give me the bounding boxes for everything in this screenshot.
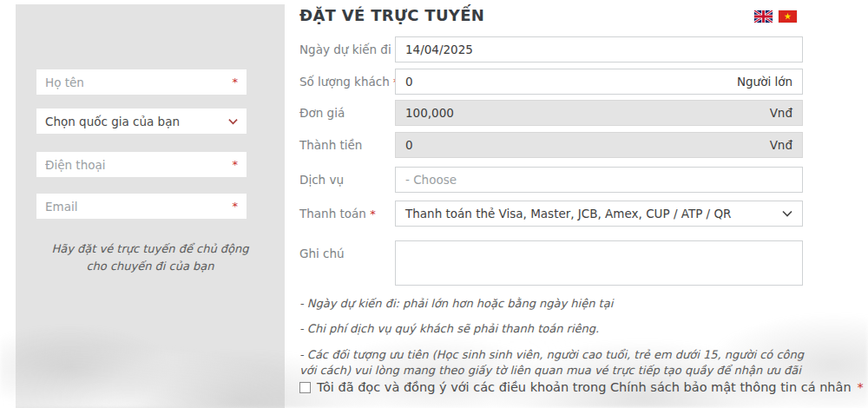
note-textarea[interactable] <box>395 240 803 286</box>
required-mark: * <box>233 76 239 89</box>
service-label: Dịch vụ <box>299 173 344 187</box>
phone-input[interactable] <box>45 158 233 172</box>
row-unit-price: Đơn giá Vnđ <box>299 100 803 126</box>
booking-notes: - Ngày dự kiến đi: phải lớn hơn hoặc bằn… <box>299 296 810 389</box>
sidebar-caption: Hãy đặt vé trực tuyến để chủ động cho ch… <box>24 240 276 274</box>
chevron-down-icon <box>228 118 238 125</box>
row-date: Ngày dự kiến đi * <box>299 36 803 63</box>
note-item: - Chi phí dịch vụ quý khách sẽ phải than… <box>299 321 810 337</box>
guests-unit-label: Người lớn <box>737 75 792 89</box>
guests-label: Số lượng khách * <box>299 75 399 89</box>
note-label: Ghi chú <box>299 247 345 260</box>
service-input[interactable] <box>405 173 792 187</box>
total-currency-label: Vnđ <box>770 138 792 152</box>
contact-panel: * Chọn quốc gia của bạn * * Hãy đặt vé t… <box>16 4 285 408</box>
required-mark: * <box>233 158 239 171</box>
booking-page: * Chọn quốc gia của bạn * * Hãy đặt vé t… <box>0 0 868 408</box>
row-guests: Số lượng khách * Người lớn <box>299 69 803 95</box>
date-label: Ngày dự kiến đi * <box>299 43 400 56</box>
required-mark: * <box>233 200 239 213</box>
total-label: Thành tiền <box>299 138 362 152</box>
privacy-agreement-label[interactable]: Tôi đã đọc và đồng ý với các điều khoản … <box>317 380 852 394</box>
row-payment: Thanh toán * Thanh toán thẻ Visa, Master… <box>299 201 803 227</box>
email-input[interactable] <box>45 200 233 214</box>
country-select[interactable]: Chọn quốc gia của bạn <box>36 109 247 134</box>
email-field[interactable]: * <box>36 194 247 219</box>
unit-price-field: Vnđ <box>395 100 803 126</box>
privacy-agreement[interactable]: Tôi đã đọc và đồng ý với các điều khoản … <box>299 380 864 394</box>
flag-uk-icon[interactable] <box>754 10 773 23</box>
sidebar-caption-line1: Hãy đặt vé trực tuyến để chủ động <box>24 240 276 258</box>
full-name-field[interactable]: * <box>36 69 247 95</box>
language-switcher <box>754 10 797 23</box>
note-item: - Ngày dự kiến đi: phải lớn hơn hoặc bằn… <box>299 296 810 312</box>
total-field: Vnđ <box>395 132 803 158</box>
country-select-value: Chọn quốc gia của bạn <box>45 115 228 128</box>
date-input[interactable] <box>405 43 792 56</box>
total-value <box>405 138 770 152</box>
sidebar-caption-line2: cho chuyến đi của bạn <box>24 258 276 275</box>
full-name-input[interactable] <box>45 76 233 89</box>
guests-input[interactable] <box>405 75 737 89</box>
chevron-down-icon <box>782 210 792 217</box>
required-mark: * <box>370 207 376 220</box>
note-item: - Các đối tượng ưu tiên (Học sinh sinh v… <box>299 347 810 379</box>
required-mark: * <box>858 380 864 394</box>
unit-price-currency-label: Vnđ <box>770 106 792 120</box>
payment-select[interactable]: Thanh toán thẻ Visa, Master, JCB, Amex, … <box>395 201 803 227</box>
privacy-agreement-checkbox[interactable] <box>299 382 311 393</box>
unit-price-value <box>405 106 770 120</box>
row-service: Dịch vụ <box>299 167 803 193</box>
row-total: Thành tiền Vnđ <box>299 132 803 158</box>
phone-field[interactable]: * <box>36 152 247 177</box>
row-note: Ghi chú <box>299 240 803 286</box>
payment-label: Thanh toán * <box>299 207 376 220</box>
page-title: ĐẶT VÉ TRỰC TUYẾN <box>299 6 484 24</box>
unit-price-label: Đơn giá <box>299 106 345 120</box>
date-field[interactable] <box>395 36 803 63</box>
service-select[interactable] <box>395 167 803 193</box>
payment-select-value: Thanh toán thẻ Visa, Master, JCB, Amex, … <box>405 207 782 220</box>
flag-vietnam-icon[interactable] <box>779 10 797 23</box>
guests-field[interactable]: Người lớn <box>395 69 803 95</box>
